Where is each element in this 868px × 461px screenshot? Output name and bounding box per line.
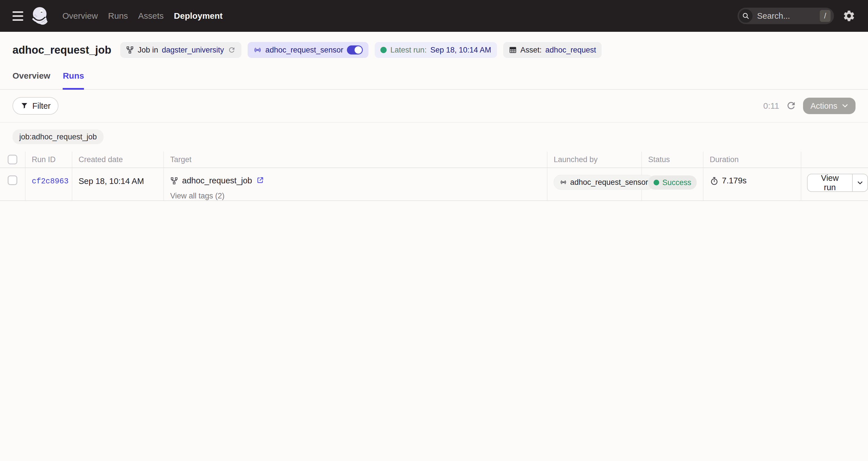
latest-run-label: Latest run: xyxy=(390,46,427,55)
search-bar[interactable]: / xyxy=(738,8,834,24)
job-icon xyxy=(170,177,178,185)
view-run-caret-button[interactable] xyxy=(853,174,867,191)
page-title: adhoc_request_job xyxy=(12,44,111,56)
sensor-icon xyxy=(560,178,567,186)
column-header-duration: Duration xyxy=(704,151,801,168)
refresh-icon[interactable] xyxy=(785,100,797,112)
page-header: adhoc_request_job Job in dagster_univers… xyxy=(0,32,868,58)
gear-icon[interactable] xyxy=(842,9,856,22)
asset-link[interactable]: adhoc_request xyxy=(546,46,596,55)
nav-item-runs[interactable]: Runs xyxy=(108,11,128,21)
tab-overview[interactable]: Overview xyxy=(12,71,50,89)
status-text: Success xyxy=(662,178,691,187)
job-tag-prefix: Job in xyxy=(137,46,158,55)
chevron-down-icon xyxy=(842,104,848,108)
view-run-button[interactable]: View run xyxy=(808,174,852,191)
column-header-created-date: Created date xyxy=(72,151,164,168)
table-header-row: Run ID Created date Target Launched by S… xyxy=(0,151,868,168)
sensor-link[interactable]: adhoc_request_sensor xyxy=(266,46,343,55)
view-all-tags-link[interactable]: View all tags (2) xyxy=(170,192,225,200)
primary-nav: Overview Runs Assets Deployment xyxy=(62,11,223,21)
filter-button[interactable]: Filter xyxy=(12,97,58,115)
active-filters: job:adhoc_request_job xyxy=(0,123,868,151)
sensor-icon xyxy=(253,46,262,54)
latest-run-link[interactable]: Sep 18, 10:14 AM xyxy=(430,46,491,55)
run-id-link[interactable]: cf2c8963 xyxy=(32,177,69,186)
runs-table: Run ID Created date Target Launched by S… xyxy=(0,151,868,201)
page-tabs: Overview Runs xyxy=(0,58,868,90)
sensor-toggle[interactable] xyxy=(347,46,363,55)
launched-by-pill[interactable]: adhoc_request_sensor xyxy=(554,175,654,190)
actions-button[interactable]: Actions xyxy=(803,98,856,114)
search-icon xyxy=(739,9,752,23)
tab-runs[interactable]: Runs xyxy=(63,71,84,90)
table-row: cf2c8963 Sep 18, 10:14 AM adhoc_request_… xyxy=(0,168,868,201)
toolbar-right-group: 0:11 Actions xyxy=(763,98,856,114)
nav-item-overview[interactable]: Overview xyxy=(62,11,98,21)
chevron-down-icon xyxy=(857,181,863,185)
sensor-tag: adhoc_request_sensor xyxy=(248,42,369,58)
asset-icon xyxy=(509,46,517,54)
column-header-target: Target xyxy=(164,151,548,168)
column-header-actions xyxy=(801,151,868,168)
view-run-split-button: View run xyxy=(807,174,868,192)
search-input[interactable] xyxy=(756,11,816,21)
latest-run-tag: Latest run: Sep 18, 10:14 AM xyxy=(375,42,497,58)
row-checkbox[interactable] xyxy=(8,175,17,185)
target-cell: adhoc_request_job View all tags (2) xyxy=(164,168,548,200)
asset-tag-label: Asset: xyxy=(521,46,542,55)
nav-item-deployment[interactable]: Deployment xyxy=(174,11,223,21)
filter-chip-job[interactable]: job:adhoc_request_job xyxy=(12,129,103,144)
dagster-logo-icon[interactable] xyxy=(31,6,49,25)
stopwatch-icon xyxy=(710,177,719,186)
menu-icon[interactable] xyxy=(12,11,23,21)
filter-button-label: Filter xyxy=(32,102,51,111)
reload-location-icon[interactable] xyxy=(228,46,236,54)
refresh-countdown: 0:11 xyxy=(763,101,779,111)
code-location-link[interactable]: dagster_university xyxy=(162,46,224,55)
column-header-status: Status xyxy=(642,151,704,168)
duration-text: 7.179s xyxy=(722,176,747,185)
created-date-cell: Sep 18, 10:14 AM xyxy=(72,168,164,200)
funnel-icon xyxy=(21,102,28,110)
runs-toolbar: Filter 0:11 Actions xyxy=(0,90,868,123)
launched-by-name: adhoc_request_sensor xyxy=(570,178,648,187)
asset-tag: Asset: adhoc_request xyxy=(503,42,602,58)
success-dot-icon xyxy=(654,180,659,185)
status-badge: Success xyxy=(648,175,697,190)
nav-item-assets[interactable]: Assets xyxy=(138,11,164,21)
run-status-dot xyxy=(380,47,386,53)
duration-cell: 7.179s xyxy=(704,168,801,200)
column-header-run-id: Run ID xyxy=(26,151,72,168)
open-in-new-icon[interactable] xyxy=(256,176,264,185)
column-header-launched-by: Launched by xyxy=(548,151,642,168)
slash-key-badge: / xyxy=(820,10,831,22)
top-navbar: Overview Runs Assets Deployment / xyxy=(0,0,868,32)
target-job-name: adhoc_request_job xyxy=(182,176,252,185)
job-location-tag: Job in dagster_university xyxy=(120,42,241,58)
job-icon xyxy=(126,46,134,54)
actions-button-label: Actions xyxy=(810,102,837,111)
select-all-checkbox[interactable] xyxy=(8,155,17,164)
